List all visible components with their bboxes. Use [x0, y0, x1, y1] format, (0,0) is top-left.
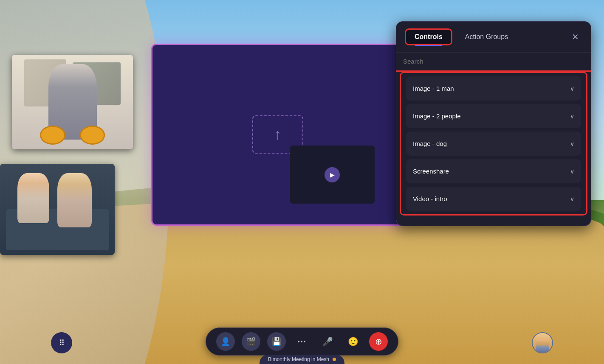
meeting-label: Bimonthly Meeting in Mesh [260, 355, 344, 364]
control-item-label: Image - dog [413, 140, 447, 147]
control-item-label: Video - intro [413, 195, 447, 202]
share-screen-button[interactable]: ⊕ [369, 332, 388, 351]
emoji-button[interactable]: 🙂 [344, 332, 362, 351]
tab-controls-label: Controls [415, 33, 443, 40]
search-input[interactable] [403, 58, 584, 65]
chevron-down-icon: ∨ [570, 168, 574, 175]
upload-arrow-icon: ↑ [274, 126, 282, 143]
avatar-effect-button[interactable]: 👤 [216, 332, 235, 351]
microphone-button[interactable]: 🎤 [318, 332, 337, 351]
chevron-down-icon: ∨ [570, 140, 574, 147]
user-avatar[interactable] [532, 332, 553, 353]
mic-icon: 🎤 [322, 336, 333, 347]
grid-icon: ⠿ [59, 338, 65, 347]
control-item-label: Screenshare [413, 168, 449, 175]
control-item-label: Image - 2 people [413, 112, 461, 120]
control-item-image-1-man[interactable]: Image - 1 man ∨ [406, 76, 581, 101]
chevron-down-icon: ∨ [570, 85, 574, 92]
control-item-label: Image - 1 man [413, 85, 454, 92]
share-icon: ⊕ [375, 336, 382, 347]
video-effect-icon: 🎬 [246, 337, 256, 346]
save-icon: 💾 [272, 337, 281, 346]
control-item-screenshare[interactable]: Screenshare ∨ [406, 159, 581, 183]
control-item-image-dog[interactable]: Image - dog ∨ [406, 132, 581, 156]
person-image-man [12, 55, 133, 149]
person-card-man [12, 55, 133, 149]
panel-header: Controls Action Groups ✕ [396, 22, 591, 53]
video-effect-button[interactable]: 🎬 [242, 332, 260, 351]
controls-list: Image - 1 man ∨ Image - 2 people ∨ Image… [400, 72, 587, 216]
chevron-down-icon: ∨ [570, 196, 574, 202]
grid-menu-button[interactable]: ⠿ [51, 332, 72, 353]
bottom-toolbar: 👤 🎬 💾 ••• 🎤 🙂 ⊕ [206, 328, 398, 356]
emoji-icon: 🙂 [348, 336, 358, 347]
search-container [396, 53, 591, 72]
avatar-effect-icon: 👤 [221, 337, 230, 346]
person-card-couch [0, 164, 115, 255]
save-button[interactable]: 💾 [267, 332, 286, 351]
control-item-video-intro[interactable]: Video - intro ∨ [406, 187, 581, 211]
control-item-image-2-people[interactable]: Image - 2 people ∨ [406, 104, 581, 128]
play-button-icon[interactable]: ▶ [325, 167, 340, 182]
video-thumbnail[interactable]: ▶ [290, 146, 375, 204]
chevron-down-icon: ∨ [570, 113, 574, 120]
tab-controls[interactable]: Controls [405, 28, 452, 45]
meeting-status-dot [333, 358, 336, 361]
more-icon: ••• [298, 338, 307, 345]
meeting-title: Bimonthly Meeting in Mesh [268, 356, 329, 362]
close-button[interactable]: ✕ [568, 30, 582, 44]
more-options-button[interactable]: ••• [293, 332, 311, 351]
tab-action-groups-label: Action Groups [465, 33, 508, 40]
tab-action-groups[interactable]: Action Groups [461, 30, 512, 44]
person-image-couch [0, 164, 115, 255]
avatar-person-figure [536, 339, 549, 353]
avatar-image [533, 333, 552, 353]
close-icon: ✕ [572, 32, 579, 42]
controls-panel: Controls Action Groups ✕ Image - 1 man ∨… [396, 21, 591, 226]
